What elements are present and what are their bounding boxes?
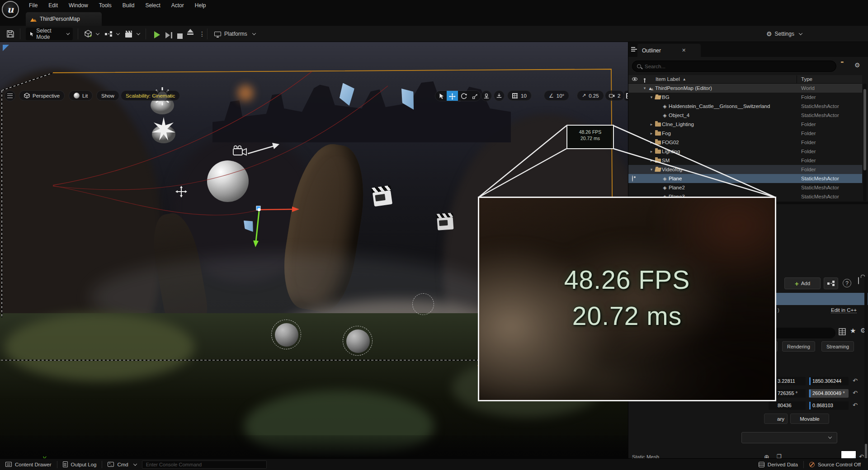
favorites-star-icon[interactable]: ★ <box>850 327 856 335</box>
visibility-eye-icon[interactable] <box>632 176 633 181</box>
menu-item[interactable]: Actor <box>166 0 189 11</box>
eye-column-icon[interactable] <box>632 77 637 81</box>
row-label[interactable]: ThirdPersonMap (Editor) <box>655 85 712 91</box>
outliner-row[interactable]: Plane StaticMeshActor <box>628 174 862 183</box>
outliner-row[interactable]: Haldenstein_Castle__Grisons__Switzerland… <box>628 102 862 111</box>
cinematics-button[interactable] <box>125 28 140 40</box>
type-column[interactable]: Type <box>801 76 812 82</box>
transform-value-field[interactable]: 0.868103 <box>809 401 849 410</box>
unlock-icon[interactable] <box>858 277 859 284</box>
play-options-button[interactable]: ⋮ <box>199 28 205 40</box>
outliner-row[interactable]: ▸ Fog Folder <box>628 129 862 138</box>
row-label[interactable]: FOG02 <box>662 140 679 145</box>
expander-icon[interactable]: ▾ <box>642 86 647 90</box>
select-mode-dropdown[interactable]: Select Mode <box>26 28 73 40</box>
row-label[interactable]: Lighting <box>662 149 680 154</box>
settings-dropdown[interactable]: ⚙ Settings <box>766 28 802 40</box>
outliner-row[interactable]: Object_4 StaticMeshActor <box>628 111 862 120</box>
outliner-row[interactable]: ▾ BG Folder <box>628 93 862 102</box>
derived-data-button[interactable]: Derived Data <box>753 459 803 470</box>
search-input[interactable] <box>645 64 816 69</box>
outliner-search-box[interactable] <box>632 61 836 72</box>
row-label[interactable]: Object_4 <box>669 113 689 118</box>
close-icon[interactable]: ✕ <box>682 47 686 53</box>
menu-item[interactable]: Tools <box>94 0 117 11</box>
cmd-dropdown[interactable]: Cmd <box>102 459 142 470</box>
expander-icon[interactable]: ▸ <box>649 158 654 163</box>
help-icon[interactable]: ? <box>843 279 851 287</box>
viewport-options-button[interactable] <box>5 90 15 101</box>
static-mesh-combo[interactable] <box>741 432 837 443</box>
add-actor-button[interactable]: + <box>85 28 99 40</box>
row-label[interactable]: CIne_Lighting <box>662 122 694 127</box>
blueprints-button[interactable] <box>105 28 119 40</box>
console-command-input[interactable] <box>142 461 267 469</box>
scalability-badge[interactable]: Scalability: Cinematic <box>121 90 180 101</box>
show-dropdown[interactable]: Show <box>96 90 119 101</box>
lit-dropdown[interactable]: Lit <box>69 90 93 101</box>
reset-arrow-icon[interactable]: ↶ <box>853 390 858 396</box>
mobility-movable-button[interactable]: Movable <box>790 414 829 424</box>
surface-snapping-button[interactable] <box>494 90 505 101</box>
scrollbar-thumb[interactable] <box>863 89 866 170</box>
rotation-snap-control[interactable]: ∠ 10° <box>544 90 569 101</box>
camera-speed-control[interactable]: 2 <box>605 90 624 101</box>
reset-arrow-icon[interactable]: ↶ <box>853 377 858 384</box>
menu-item[interactable]: Build <box>117 0 140 11</box>
expander-icon[interactable]: ▸ <box>649 140 654 145</box>
outliner-row[interactable]: ▸ Lighting Folder <box>628 147 862 156</box>
move-tool[interactable] <box>447 91 458 101</box>
row-label[interactable]: Plane <box>669 176 682 181</box>
scale-tool[interactable] <box>469 91 481 101</box>
menu-item[interactable]: File <box>24 0 43 11</box>
transform-value-field[interactable]: 80436 <box>769 401 806 410</box>
details-scrollbar[interactable] <box>864 277 868 470</box>
menu-item[interactable]: Help <box>189 0 212 11</box>
outliner-row[interactable]: ▾ ThirdPersonMap (Editor) World <box>628 84 862 93</box>
eject-button[interactable] <box>187 29 193 42</box>
content-drawer-button[interactable]: Content Drawer <box>0 459 57 470</box>
outliner-row[interactable]: ▸ SM Folder <box>628 156 862 165</box>
save-icon[interactable] <box>6 30 14 39</box>
property-matrix-icon[interactable] <box>839 328 846 337</box>
filter-streaming-button[interactable]: Streaming <box>821 341 854 352</box>
grid-snap-control[interactable]: 10 <box>507 90 532 101</box>
reset-arrow-icon[interactable]: ↶ <box>853 402 858 409</box>
stop-button[interactable] <box>177 30 183 42</box>
expander-icon[interactable]: ▾ <box>649 167 654 172</box>
output-log-button[interactable]: Output Log <box>57 459 102 470</box>
scale-snap-control[interactable]: ↗ 0.25 <box>577 90 604 101</box>
outliner-row[interactable]: ▸ FOG02 Folder <box>628 138 862 147</box>
menu-item[interactable]: Edit <box>43 0 63 11</box>
perspective-dropdown[interactable]: Perspective <box>19 90 65 101</box>
expander-icon[interactable]: ▸ <box>649 149 654 154</box>
source-control-button[interactable]: Source Control Off <box>804 459 866 470</box>
platforms-dropdown[interactable]: Platforms <box>214 28 255 40</box>
menu-item[interactable]: Window <box>63 0 94 11</box>
mobility-stationary-fragment[interactable]: ary <box>764 414 788 424</box>
play-button[interactable] <box>154 28 160 41</box>
item-label-column[interactable]: Item Label <box>656 76 680 82</box>
world-local-gizmo-button[interactable] <box>481 90 492 101</box>
row-label[interactable]: Videofog <box>662 167 682 172</box>
transform-value-field[interactable]: 1850.306244 <box>809 377 849 385</box>
expander-icon[interactable]: ▸ <box>649 131 654 136</box>
outliner-row[interactable]: Plane2 StaticMeshActor <box>628 183 862 192</box>
maximize-viewport-button[interactable] <box>624 90 628 101</box>
outliner-settings-icon[interactable]: ⚙ <box>854 61 860 69</box>
outliner-row[interactable]: ▸ CIne_Lighting Folder <box>628 120 862 129</box>
rotate-tool[interactable] <box>458 91 469 101</box>
pin-column-icon[interactable] <box>644 78 646 80</box>
row-label[interactable]: BG <box>662 94 670 100</box>
row-label[interactable]: SM <box>662 158 670 163</box>
outliner-row[interactable]: ▾ Videofog Folder <box>628 165 862 174</box>
add-component-button[interactable]: + Add <box>784 277 821 289</box>
edit-in-cpp-link[interactable]: Edit in C++ <box>831 307 857 313</box>
row-label[interactable]: Fog <box>662 131 671 136</box>
outliner-scrollbar[interactable] <box>863 84 867 201</box>
row-label[interactable]: Plane2 <box>669 185 685 190</box>
menu-item[interactable]: Select <box>140 0 165 11</box>
frame-skip-button[interactable] <box>165 29 172 42</box>
transform-value-field[interactable]: 2604.800049 ° <box>809 389 849 398</box>
tab-thirdpersonmap[interactable]: ThirdPersonMap <box>26 12 102 26</box>
